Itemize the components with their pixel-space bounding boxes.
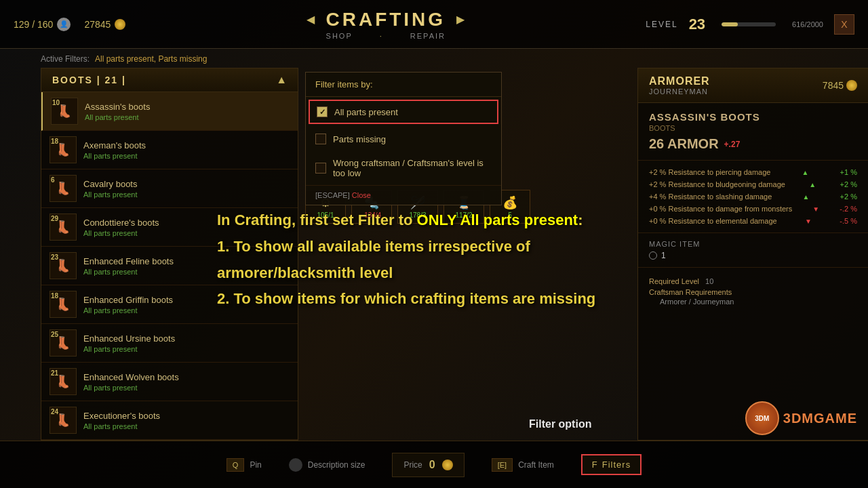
mat-count-4: 117/2: [455, 211, 472, 219]
filter-checkbox-parts-missing[interactable]: [315, 134, 326, 144]
item-name: Enhanced Wolven boots: [83, 372, 290, 382]
item-icon-wrap: 👢 21: [50, 368, 77, 395]
item-detail-type: BOOTS: [649, 124, 857, 132]
item-row[interactable]: 👢 25 Enhanced Ursine boots All parts pre…: [41, 324, 298, 363]
armorer-gold-icon: [846, 80, 857, 91]
item-detail-section: ASSASSIN'S BOOTS BOOTS 26 ARMOR +.27: [638, 103, 868, 161]
logo-text: 3DMGAME: [783, 411, 857, 426]
close-button[interactable]: X: [834, 14, 854, 35]
panel-header: BOOTS | 21 | ▲: [41, 68, 298, 92]
pin-label: Pin: [250, 460, 261, 470]
craft-key[interactable]: [E]: [492, 458, 513, 472]
repair-label[interactable]: REPAIR: [410, 32, 446, 40]
item-row[interactable]: 👢 18 Axeman's boots All parts present: [41, 131, 298, 169]
pin-key[interactable]: Q: [226, 458, 245, 472]
item-row[interactable]: 👢 18 Enhanced Griffin boots All parts pr…: [41, 285, 298, 324]
item-row[interactable]: 👢 6 Cavalry boots All parts present: [41, 169, 298, 208]
item-icon-wrap: 👢 18: [50, 136, 77, 163]
mat-count-3: 178/3: [409, 211, 426, 219]
filter-option-all-parts[interactable]: All parts present: [309, 100, 498, 124]
panel-title: BOOTS | 21 |: [52, 75, 126, 85]
item-icon-wrap: 👢 23: [50, 252, 77, 279]
price-gold-icon: [442, 460, 453, 470]
item-status: All parts present: [83, 384, 290, 392]
filter-dialog: Filter items by: All parts present Parts…: [305, 72, 502, 205]
shop-label[interactable]: SHOP: [326, 32, 353, 40]
craftsman-req-item: Craftsman Requirements Armorer / Journey…: [649, 288, 857, 306]
crafting-title: CRAFTING: [326, 9, 446, 30]
item-level: 18: [51, 292, 58, 300]
price-label: Price: [403, 460, 422, 470]
item-level: 25: [51, 331, 58, 338]
req-level-value: 10: [705, 277, 713, 285]
item-row[interactable]: 👢 23 Enhanced Feline boots All parts pre…: [41, 247, 298, 285]
filter-label-parts-missing: Parts missing: [333, 134, 386, 144]
item-status: All parts present: [83, 190, 290, 199]
price-box: Price 0: [392, 453, 464, 477]
right-panel: ARMORER JOURNEYMAN 7845 ASSASSIN'S BOOTS…: [637, 68, 868, 441]
craftsman-req-label: Craftsman Requirements: [649, 288, 857, 296]
stat-row-pierce: +2 % Resistance to piercing damage ▲ +1 …: [649, 166, 857, 178]
item-level: 6: [51, 176, 55, 184]
desc-size-action: Description size: [289, 458, 366, 472]
inventory-value: 129 / 160: [14, 19, 53, 30]
item-name: Enhanced Feline boots: [83, 256, 290, 266]
req-level-item: Required Level 10: [649, 277, 857, 285]
armorer-gold-value: 7845: [823, 80, 844, 91]
item-status: All parts present: [83, 152, 290, 160]
item-status: All parts present: [83, 229, 290, 237]
armor-change: +.27: [724, 140, 741, 149]
filter-checkbox-wrong-craftsman[interactable]: [315, 163, 326, 174]
item-icon-wrap: 👢 6: [50, 175, 77, 202]
craft-label: Craft Item: [518, 460, 554, 470]
mat-count-2: -134/4: [362, 211, 381, 219]
stat-val-pierce: +1 %: [840, 168, 857, 176]
pin-action: Q Pin: [226, 458, 262, 472]
prev-arrow[interactable]: ◀: [307, 13, 315, 26]
filter-option-parts-missing[interactable]: Parts missing: [306, 127, 501, 151]
escape-key: [ESCAPE]: [315, 191, 350, 199]
gold-icon: [115, 19, 125, 30]
close-filter-link[interactable]: Close: [352, 191, 371, 199]
mat-count-5: 5: [508, 211, 512, 219]
item-row[interactable]: 👢 24 Executioner's boots All parts prese…: [41, 401, 298, 440]
item-status: All parts present: [83, 345, 290, 353]
magic-label: MAGIC ITEM: [649, 240, 857, 248]
filters-label: Active Filters:: [41, 54, 90, 64]
filters-button[interactable]: F Filters: [581, 454, 642, 475]
armorer-gold: 7845: [823, 80, 857, 91]
item-status: All parts present: [83, 306, 290, 314]
magic-value: 1: [649, 251, 857, 260]
filter-escape-hint: [ESCAPE] Close: [306, 185, 501, 205]
stat-row-monsters: +0 % Resistance to damage from monsters …: [649, 203, 857, 215]
stat-arrow-bludgeon: ▲: [809, 181, 816, 188]
item-info: Enhanced Wolven boots All parts present: [83, 372, 290, 392]
item-row[interactable]: 👢 29 Condottiere's boots All parts prese…: [41, 208, 298, 247]
top-bar-center: ◀ CRAFTING ▶ SHOP · REPAIR: [307, 9, 465, 40]
item-armor-value: 26 ARMOR +.27: [649, 136, 857, 152]
stat-row-bludgeon: +2 % Resistance to bludgeoning damage ▲ …: [649, 178, 857, 190]
magic-circle-icon: [649, 251, 657, 260]
item-detail-name: ASSASSIN'S BOOTS: [649, 111, 857, 123]
top-bar: 129 / 160 👤 27845 ◀ CRAFTING ▶ SHOP · RE…: [0, 0, 868, 49]
item-level: 10: [52, 99, 60, 106]
item-info: Executioner's boots All parts present: [83, 411, 290, 430]
item-info: Enhanced Feline boots All parts present: [83, 256, 290, 276]
armorer-title: ARMORER: [649, 75, 710, 87]
magic-value-text: 1: [661, 251, 666, 260]
filters-key: F: [592, 460, 598, 470]
filter-checkbox-all-parts[interactable]: [317, 106, 328, 117]
item-row[interactable]: 👢 10 Assassin's boots All parts present: [41, 92, 298, 131]
stat-name-bludgeon: +2 % Resistance to bludgeoning damage: [649, 180, 785, 188]
next-arrow[interactable]: ▶: [456, 13, 465, 26]
filter-option-wrong-craftsman[interactable]: Wrong craftsman / Craftsman's level is t…: [306, 151, 501, 185]
item-level: 23: [51, 253, 58, 261]
item-info: Axeman's boots All parts present: [83, 140, 290, 160]
stat-val-bludgeon: +2 %: [840, 180, 857, 188]
item-row[interactable]: 👢 21 Enhanced Wolven boots All parts pre…: [41, 363, 298, 401]
filter-annotation: Filter option: [529, 418, 591, 430]
stat-arrow-monsters: ▼: [812, 205, 819, 213]
gold-value: 27845: [84, 19, 111, 30]
level-bar: [722, 22, 776, 26]
panel-scroll-arrow[interactable]: ▲: [276, 74, 287, 86]
